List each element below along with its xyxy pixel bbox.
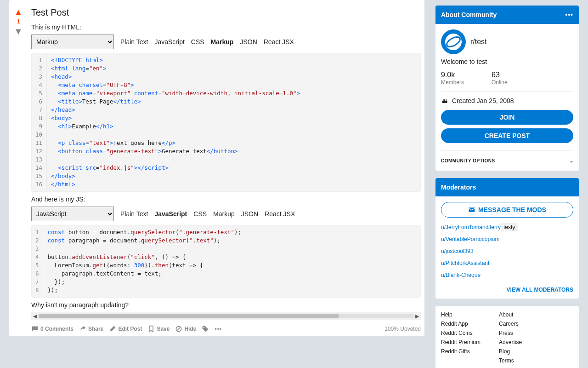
footer-link[interactable]: Help <box>441 311 481 318</box>
lang-tab-reactjsx[interactable]: React JSX <box>264 38 294 46</box>
svg-line-1 <box>177 327 181 331</box>
post-question: Why isn't my paragraph updating? <box>31 301 421 309</box>
share-icon <box>79 325 86 333</box>
footer-link[interactable]: Terms <box>499 357 522 364</box>
lang-tab-markup[interactable]: Markup <box>211 38 234 46</box>
join-button[interactable]: JOIN <box>441 110 573 125</box>
post-card: ▲ 1 ▼ Test Post This is my HTML: Markup … <box>9 0 424 336</box>
view-all-mods-link[interactable]: VIEW ALL MODERATORS <box>506 287 573 293</box>
share-action[interactable]: Share <box>79 325 103 333</box>
tag-action[interactable] <box>202 325 209 333</box>
members-count: 9.0k <box>441 71 464 79</box>
lang-tab-reactjsx-2[interactable]: React JSX <box>265 210 295 218</box>
about-more-icon[interactable]: ••• <box>565 11 573 18</box>
comment-icon <box>31 325 39 333</box>
lang-tab-plaintext[interactable]: Plain Text <box>120 38 148 46</box>
lang-tab-json[interactable]: JSON <box>240 38 257 46</box>
post-actions: 0 Comments Share Edit Post Save <box>31 323 421 333</box>
vote-column: ▲ 1 ▼ <box>9 4 28 333</box>
code-block-js: 12345678 const button = document.querySe… <box>31 225 421 298</box>
comments-action[interactable]: 0 Comments <box>31 325 74 333</box>
scroll-thumb[interactable] <box>39 314 339 318</box>
footer-link[interactable]: Advertise <box>499 339 522 345</box>
about-header: About Community ••• <box>435 6 579 24</box>
gutter-js: 12345678 <box>32 225 43 297</box>
post-intro-js: And here is my JS: <box>31 196 421 203</box>
upvoted-label: 100% Upvoted <box>384 326 421 332</box>
scroll-right-icon[interactable]: ▶ <box>413 313 421 319</box>
footer-link[interactable]: Careers <box>499 321 522 327</box>
scroll-left-icon[interactable]: ◀ <box>31 313 39 319</box>
post-title: Test Post <box>31 4 421 18</box>
tag-icon <box>202 325 209 333</box>
members-label: Members <box>441 79 464 86</box>
footer-link[interactable]: About <box>499 311 522 318</box>
footer-link[interactable]: Reddit App <box>441 321 481 327</box>
message-mods-button[interactable]: MESSAGE THE MODS <box>441 202 573 218</box>
footer-link[interactable]: Blog <box>499 348 522 355</box>
created-row: Created Jan 25, 2008 <box>441 97 573 104</box>
gutter: 12345678910111213141516 <box>32 53 46 191</box>
about-community-widget: About Community ••• r/test Welcome to te… <box>435 6 579 171</box>
moderators-header: Moderators <box>435 178 579 196</box>
lang-tab-css[interactable]: CSS <box>191 38 204 46</box>
lang-tab-markup-2[interactable]: Markup <box>213 210 235 218</box>
downvote-arrow-icon[interactable]: ▼ <box>14 27 23 36</box>
stats-row: 9.0k Members 63 Online <box>441 71 573 86</box>
create-post-button[interactable]: CREATE POST <box>441 128 573 143</box>
code-block-html: 12345678910111213141516 <!DOCTYPE html> … <box>31 53 421 192</box>
language-select-js[interactable]: JavaScript <box>31 207 114 221</box>
cake-icon <box>441 97 448 104</box>
pencil-icon <box>109 325 116 333</box>
code-js: const button = document.querySelector(".… <box>43 225 246 297</box>
bookmark-icon <box>147 325 155 333</box>
community-icon <box>441 29 466 54</box>
vote-score: 1 <box>17 18 20 25</box>
hide-action[interactable]: Hide <box>175 325 196 333</box>
upvote-arrow-icon[interactable]: ▲ <box>14 7 23 17</box>
code-html: <!DOCTYPE html> <html lang="en"> <head> … <box>46 53 305 191</box>
chevron-down-icon: ⌄ <box>570 158 574 163</box>
community-options-toggle[interactable]: COMMUNITY OPTIONS ⌄ <box>441 156 573 165</box>
moderator-badge: testy <box>501 223 518 231</box>
footer-link[interactable]: Reddit Gifts <box>441 348 481 355</box>
lang-tab-json-2[interactable]: JSON <box>241 210 258 218</box>
moderator-link[interactable]: u/Blank-Cheque <box>441 272 481 278</box>
more-action[interactable]: ••• <box>215 326 222 332</box>
footer-link[interactable]: Press <box>499 330 522 336</box>
moderators-widget: Moderators MESSAGE THE MODS u/JerryfromT… <box>435 178 579 299</box>
footer-link[interactable]: Reddit Premium <box>441 339 481 345</box>
footer-widget: HelpReddit AppReddit CoinsReddit Premium… <box>435 306 579 368</box>
hide-icon <box>175 325 182 333</box>
edit-action[interactable]: Edit Post <box>109 325 142 333</box>
post-intro-html: This is my HTML: <box>31 23 421 31</box>
moderator-link[interactable]: u/justcool393 <box>441 248 474 254</box>
lang-tab-javascript[interactable]: JavaScript <box>154 38 184 46</box>
online-count: 63 <box>492 71 508 79</box>
language-row-js: JavaScript Plain Text JavaScript CSS Mar… <box>31 207 421 221</box>
lang-tab-css-2[interactable]: CSS <box>193 210 207 218</box>
footer-link[interactable]: Reddit Coins <box>441 330 481 336</box>
save-action[interactable]: Save <box>147 325 170 333</box>
lang-tab-javascript-2[interactable]: JavaScript <box>154 210 187 218</box>
moderator-link[interactable]: u/PitchforkAssistant <box>441 260 489 266</box>
scroll-track[interactable] <box>39 314 413 318</box>
language-select-html[interactable]: Markup <box>31 34 114 49</box>
horizontal-scrollbar: ◀ ▶ <box>31 312 421 320</box>
language-row-html: Markup Plain Text JavaScript CSS Markup … <box>31 34 421 49</box>
moderator-link[interactable]: u/JerryfromTomandJerry <box>441 224 501 230</box>
svg-point-2 <box>204 327 204 328</box>
community-desc: Welcome to test <box>441 58 573 65</box>
lang-tab-plaintext-2[interactable]: Plain Text <box>120 210 148 218</box>
online-label: Online <box>492 79 508 86</box>
moderator-link[interactable]: u/VeritablePornocopium <box>441 236 499 242</box>
community-name[interactable]: r/test <box>470 38 487 46</box>
mail-icon <box>468 206 475 213</box>
